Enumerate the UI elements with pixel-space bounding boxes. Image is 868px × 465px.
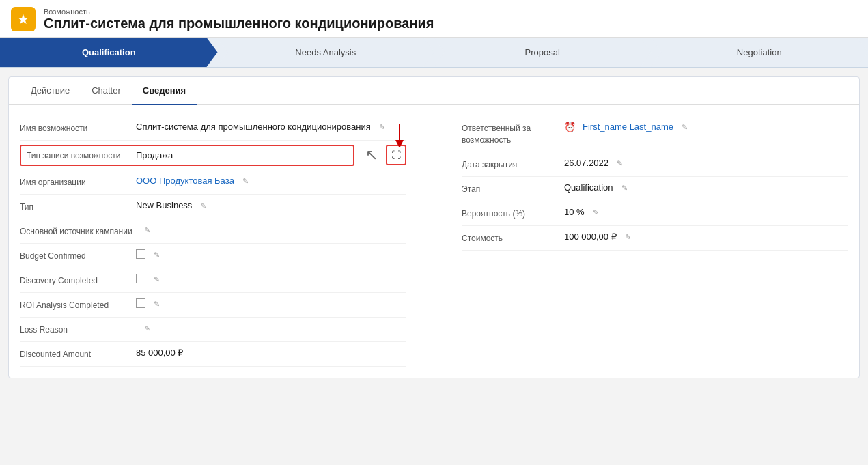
checkbox-roi-analysis[interactable] — [136, 298, 145, 308]
field-record-type-wrapper: Тип записи возможности Продажа ↖ ⛶ — [20, 141, 406, 170]
stage-needs-analysis[interactable]: Needs Analysis — [217, 38, 435, 67]
field-discounted-amount: Discounted Amount 85 000,00 ₽ — [20, 342, 406, 367]
tab-svedeniya-label: Сведения — [143, 85, 186, 96]
label-loss-reason: Loss Reason — [20, 323, 136, 336]
edit-cost-icon[interactable]: ✎ — [625, 231, 631, 242]
logo-icon: ★ — [17, 11, 29, 27]
form-body: Имя возможности Сплит-система для промыш… — [9, 105, 859, 378]
stage-label-proposal: Proposal — [525, 47, 560, 57]
value-owner: ⏰ First_name Last_name ✎ — [564, 122, 848, 132]
edit-probability-icon[interactable]: ✎ — [593, 207, 599, 217]
value-budget-confirmed: ✎ — [136, 249, 406, 259]
header-subtitle: Возможность — [44, 8, 434, 16]
edit-budget-confirmed-icon[interactable]: ✎ — [154, 249, 160, 259]
field-stage: Этап Qualification ✎ — [462, 177, 848, 201]
label-opportunity-name: Имя возможности — [20, 122, 136, 135]
label-close-date: Дата закрытия — [462, 158, 564, 171]
app-header: ★ Возможность Сплит-система для промышле… — [0, 0, 868, 38]
edit-close-date-icon[interactable]: ✎ — [617, 158, 623, 168]
value-discovery-completed: ✎ — [136, 274, 406, 284]
edit-stage-icon[interactable]: ✎ — [621, 182, 628, 193]
label-record-type: Тип записи возможности — [27, 149, 136, 162]
value-record-type: Продажа — [136, 150, 348, 160]
content-area: Действие Chatter Сведения Имя возможност… — [8, 76, 860, 378]
label-org-name: Имя организации — [20, 175, 136, 188]
label-cost: Стоимость — [462, 231, 564, 244]
label-type: Тип — [20, 200, 136, 213]
expand-icon-button[interactable]: ⛶ — [386, 145, 406, 165]
page-title: Сплит-система для промышленного кондицио… — [44, 16, 434, 31]
field-owner: Ответственный за возможность ⏰ First_nam… — [462, 116, 848, 152]
value-stage: Qualification ✎ — [564, 182, 848, 193]
tab-bar: Действие Chatter Сведения — [9, 77, 859, 105]
value-cost: 100 000,00 ₽ ✎ — [564, 231, 848, 242]
value-probability: 10 % ✎ — [564, 207, 848, 217]
field-roi-analysis: ROI Analysis Completed ✎ — [20, 293, 406, 318]
field-org-name: Имя организации ООО Продуктовая База ✎ — [20, 170, 406, 195]
label-stage: Этап — [462, 182, 564, 195]
stage-proposal[interactable]: Proposal — [434, 38, 652, 67]
label-probability: Вероятность (%) — [462, 207, 564, 220]
checkbox-budget-confirmed[interactable] — [136, 249, 145, 259]
field-type: Тип New Business ✎ — [20, 195, 406, 219]
stage-label-negotiation: Negotiation — [737, 47, 782, 57]
field-probability: Вероятность (%) 10 % ✎ — [462, 201, 848, 226]
value-opportunity-name: Сплит-система для промышленного кондицио… — [136, 122, 406, 132]
label-budget-confirmed: Budget Confirmed — [20, 249, 136, 262]
cursor-icon: ↖ — [365, 146, 378, 164]
stage-bar: Qualification Needs Analysis Proposal Ne… — [0, 38, 868, 68]
value-loss-reason: ✎ — [136, 323, 406, 333]
tab-action-label: Действие — [31, 85, 70, 96]
value-close-date: 26.07.2022 ✎ — [564, 158, 848, 168]
field-close-date: Дата закрытия 26.07.2022 ✎ — [462, 152, 848, 177]
field-discovery-completed: Discovery Completed ✎ — [20, 268, 406, 293]
tab-chatter[interactable]: Chatter — [81, 77, 132, 105]
field-record-type-highlighted: Тип записи возможности Продажа — [20, 145, 354, 166]
value-type: New Business ✎ — [136, 200, 406, 210]
value-roi-analysis: ✎ — [136, 298, 406, 309]
right-column: Ответственный за возможность ⏰ First_nam… — [462, 116, 848, 367]
edit-opportunity-name-icon[interactable]: ✎ — [379, 122, 385, 132]
owner-clock-icon: ⏰ — [564, 122, 576, 132]
edit-roi-analysis-icon[interactable]: ✎ — [154, 298, 160, 309]
field-cost: Стоимость 100 000,00 ₽ ✎ — [462, 226, 848, 251]
edit-campaign-source-icon[interactable]: ✎ — [144, 225, 150, 235]
stage-negotiation[interactable]: Negotiation — [651, 38, 869, 67]
stage-label-qualification: Qualification — [82, 47, 136, 57]
edit-org-name-icon[interactable]: ✎ — [242, 175, 249, 186]
label-discovery-completed: Discovery Completed — [20, 274, 136, 287]
label-roi-analysis: ROI Analysis Completed — [20, 298, 136, 311]
edit-owner-icon[interactable]: ✎ — [682, 122, 688, 132]
field-opportunity-name: Имя возможности Сплит-система для промыш… — [20, 116, 406, 141]
value-campaign-source: ✎ — [136, 225, 406, 235]
header-titles: Возможность Сплит-система для промышленн… — [44, 8, 434, 31]
edit-discovery-completed-icon[interactable]: ✎ — [154, 274, 160, 284]
app-logo: ★ — [11, 7, 36, 31]
stage-label-needs-analysis: Needs Analysis — [295, 47, 356, 57]
tab-action[interactable]: Действие — [20, 77, 81, 105]
checkbox-discovery-completed[interactable] — [136, 274, 145, 283]
value-org-name[interactable]: ООО Продуктовая База ✎ — [136, 175, 406, 186]
expand-icon: ⛶ — [391, 150, 401, 160]
label-owner: Ответственный за возможность — [462, 122, 564, 146]
label-discounted-amount: Discounted Amount — [20, 348, 136, 361]
tab-chatter-label: Chatter — [92, 85, 121, 96]
edit-type-icon[interactable]: ✎ — [200, 200, 206, 210]
label-campaign-source: Основной источник кампании — [20, 225, 136, 238]
field-campaign-source: Основной источник кампании ✎ — [20, 219, 406, 244]
left-column: Имя возможности Сплит-система для промыш… — [20, 116, 406, 367]
value-discounted-amount: 85 000,00 ₽ — [136, 348, 406, 358]
field-loss-reason: Loss Reason ✎ — [20, 318, 406, 342]
edit-loss-reason-icon[interactable]: ✎ — [144, 323, 150, 333]
tab-svedeniya[interactable]: Сведения — [132, 77, 197, 105]
stage-qualification[interactable]: Qualification — [0, 38, 218, 67]
column-divider — [434, 116, 434, 367]
field-budget-confirmed: Budget Confirmed ✎ — [20, 244, 406, 268]
